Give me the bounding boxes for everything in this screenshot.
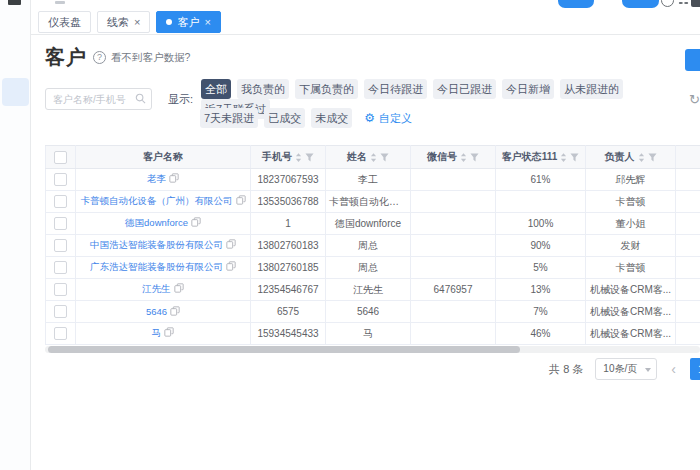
total-count: 共 8 条	[549, 362, 583, 377]
tab-dashboard[interactable]: 仪表盘	[38, 11, 91, 33]
filter-button[interactable]: 我负责的	[237, 79, 289, 99]
table-row: 德国downforce1德国downforce100%董小姐	[46, 213, 700, 235]
filter-button[interactable]: 下属负责的	[295, 79, 358, 99]
display-label: 显示:	[168, 92, 193, 107]
filter-funnel-icon[interactable]	[380, 153, 389, 162]
contract-cell	[676, 213, 700, 235]
customer-name-link[interactable]: 卡普顿自动化设备（广州）有限公司	[81, 195, 233, 206]
row-checkbox[interactable]	[54, 261, 67, 274]
customer-name-link[interactable]: 5646	[146, 306, 167, 317]
tabbar-divider	[31, 34, 700, 35]
select-all-checkbox[interactable]	[54, 151, 67, 164]
copy-icon[interactable]	[170, 306, 180, 316]
copy-icon[interactable]	[169, 173, 179, 183]
column-label: 微信号	[427, 150, 457, 164]
customer-name-cell: 老李	[76, 169, 251, 191]
search-box	[45, 88, 152, 110]
sidebar-item-active[interactable]	[2, 78, 29, 106]
customer-name-link[interactable]: 马	[152, 327, 162, 338]
row-checkbox[interactable]	[54, 195, 67, 208]
table-row: 马15934545433马46%机械设备CRM客...1	[46, 323, 700, 345]
filter-funnel-icon[interactable]	[570, 153, 579, 162]
customer-name-link[interactable]: 江先生	[142, 283, 171, 294]
question-circle-icon[interactable]: ?	[93, 51, 106, 64]
status-cell: 5%	[496, 257, 586, 279]
create-customer-button-partial[interactable]	[685, 49, 700, 71]
row-checkbox[interactable]	[54, 173, 67, 186]
sort-icon[interactable]	[295, 152, 302, 163]
filter-button[interactable]: 已成交	[264, 108, 305, 128]
copy-icon[interactable]	[226, 239, 236, 249]
contact-name-cell: 李工	[326, 169, 411, 191]
contract-cell	[676, 235, 700, 257]
help-icon[interactable]	[661, 0, 674, 7]
filter-funnel-icon[interactable]	[470, 153, 479, 162]
topbar-primary-button-2[interactable]	[622, 0, 659, 8]
filter-button[interactable]: 7天未跟进	[200, 108, 258, 128]
search-icon[interactable]	[135, 93, 146, 104]
prev-page-button[interactable]: ‹	[669, 362, 678, 376]
custom-filter-button[interactable]: ⚙ 自定义	[364, 111, 412, 126]
page-size-value: 10条/页	[603, 362, 637, 376]
menu-icon[interactable]	[8, 0, 21, 5]
row-checkbox[interactable]	[54, 217, 67, 230]
page-size-select[interactable]: 10条/页	[595, 358, 657, 380]
help-link[interactable]: 看不到客户数据?	[111, 51, 190, 65]
customer-name-link[interactable]: 中国浩达智能装备股份有限公司	[90, 239, 223, 250]
customer-name-link[interactable]: 老李	[147, 173, 166, 184]
filter-button[interactable]: 从未跟进的	[560, 79, 623, 99]
avatar[interactable]	[691, 0, 700, 7]
filter-funnel-icon[interactable]	[305, 153, 314, 162]
tab-leads[interactable]: 线索×	[97, 11, 150, 33]
customer-name-link[interactable]: 广东浩达智能装备股份有限公司	[90, 261, 223, 272]
mini-sidebar	[0, 0, 31, 470]
phone-cell: 13535036788	[251, 191, 326, 213]
contract-cell	[676, 301, 700, 323]
pagination: 共 8 条 10条/页 ‹ 1	[549, 358, 700, 380]
filter-button[interactable]: 未成交	[311, 108, 352, 128]
row-checkbox[interactable]	[54, 283, 67, 296]
apps-grid-icon[interactable]	[678, 0, 689, 6]
sort-icon[interactable]	[560, 152, 567, 163]
owner-cell: 机械设备CRM客...	[586, 323, 676, 345]
contact-name-cell: 周总	[326, 257, 411, 279]
copy-icon[interactable]	[164, 327, 174, 337]
filter-button[interactable]: 今日已跟进	[433, 79, 496, 99]
phone-cell: 12354546767	[251, 279, 326, 301]
column-label: 负责人	[605, 150, 635, 164]
row-checkbox[interactable]	[54, 327, 67, 340]
status-cell: 46%	[496, 323, 586, 345]
close-icon[interactable]: ×	[204, 17, 210, 28]
status-cell: 100%	[496, 213, 586, 235]
column-header: 负责人	[586, 146, 676, 169]
copy-icon[interactable]	[191, 217, 201, 227]
owner-cell: 机械设备CRM客...	[586, 301, 676, 323]
refresh-icon[interactable]: ↻	[689, 92, 700, 107]
tab-bar: 仪表盘线索×客户×	[38, 11, 227, 33]
copy-icon[interactable]	[236, 195, 246, 205]
row-checkbox[interactable]	[54, 305, 67, 318]
copy-icon[interactable]	[226, 261, 236, 271]
filter-button[interactable]: 全部	[201, 79, 231, 99]
horizontal-scrollbar-track[interactable]	[45, 346, 700, 353]
contract-cell: 1	[676, 323, 700, 345]
horizontal-scrollbar-thumb[interactable]	[48, 346, 520, 353]
sort-icon[interactable]	[460, 152, 467, 163]
column-label: 客户名称	[143, 150, 183, 164]
topbar-primary-button-1[interactable]	[558, 0, 594, 8]
customer-name-link[interactable]: 德国downforce	[125, 217, 188, 228]
tab-customers[interactable]: 客户×	[156, 11, 220, 33]
copy-icon[interactable]	[174, 283, 184, 293]
column-header: 客户名称	[76, 146, 251, 169]
close-icon[interactable]: ×	[134, 17, 140, 28]
sort-icon[interactable]	[370, 152, 377, 163]
sort-icon[interactable]	[638, 152, 645, 163]
filter-funnel-icon[interactable]	[648, 153, 657, 162]
filter-button[interactable]: 今日新增	[502, 79, 554, 99]
filter-group-2: 7天未跟进已成交未成交	[200, 108, 358, 128]
row-checkbox[interactable]	[54, 239, 67, 252]
customer-name-cell: 广东浩达智能装备股份有限公司	[76, 257, 251, 279]
filter-button[interactable]: 今日待跟进	[364, 79, 427, 99]
page-1-button[interactable]: 1	[690, 358, 700, 380]
contact-name-cell: 江先生	[326, 279, 411, 301]
